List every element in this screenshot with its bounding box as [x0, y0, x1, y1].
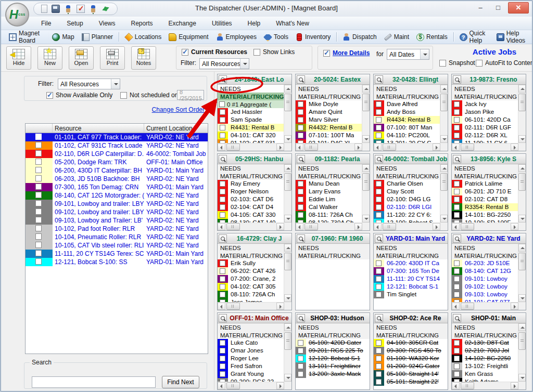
magnifier-icon[interactable] — [297, 155, 305, 163]
magnet-checkbox[interactable] — [454, 340, 460, 346]
magnet-row[interactable]: 11-111: 20 CY TS14 — [374, 275, 448, 283]
resource-checkbox[interactable] — [35, 167, 42, 173]
magnet-checkbox[interactable] — [376, 371, 382, 377]
toolbar-button-locations[interactable]: Locations — [121, 31, 165, 43]
magnet-checkbox[interactable] — [220, 133, 225, 138]
resource-checkbox[interactable] — [35, 175, 42, 181]
menu-item-setup[interactable]: Setup — [59, 18, 91, 29]
toolbar-button-dispatch[interactable]: Dispatch — [339, 31, 380, 43]
magnet-checkbox[interactable] — [298, 371, 303, 377]
magnet-checkbox[interactable] — [220, 125, 225, 130]
magnet-checkbox[interactable] — [298, 340, 303, 346]
magnet-row[interactable]: 11-120: 22 CY 6: — [374, 211, 440, 219]
magnet-checkbox[interactable] — [454, 189, 460, 194]
magnet-checkbox[interactable] — [376, 204, 382, 210]
magnet-row[interactable]: 09-102: Lowboy — [452, 283, 518, 291]
magnet-checkbox[interactable] — [298, 189, 303, 194]
resource-checkbox[interactable] — [35, 150, 42, 156]
magnifier-icon[interactable] — [453, 234, 461, 243]
magnet-checkbox[interactable] — [376, 125, 382, 130]
magnet-row[interactable]: 13-102: Freightli — [452, 362, 518, 370]
toolbar-filter-combobox[interactable]: All Resources — [199, 58, 249, 69]
magnet-row[interactable]: 05-101: Straight 22' — [374, 378, 448, 386]
magnet-row[interactable]: 08-120: 730A Ch — [296, 219, 362, 223]
resource-checkbox[interactable] — [35, 159, 42, 165]
vertical-scrollbar[interactable] — [362, 85, 370, 143]
menu-item-utilities[interactable]: Utilities — [204, 18, 240, 29]
resource-checkbox[interactable] — [35, 208, 42, 215]
resource-row[interactable]: 11-111, 20 CY TS14G Terex: SCYARD-01: Ma… — [26, 250, 208, 258]
horizontal-scrollbar[interactable] — [452, 223, 518, 230]
magnet-checkbox[interactable] — [376, 212, 382, 218]
magnet-row[interactable]: 02-101: D4C XL — [296, 139, 362, 143]
toolbar-button-map[interactable]: Map — [48, 31, 78, 43]
horizontal-scrollbar[interactable] — [374, 143, 440, 151]
vertical-scrollbar[interactable] — [440, 164, 448, 223]
magnet-row[interactable]: 05-100: Straight 14' — [374, 370, 448, 378]
magnet-row[interactable]: 10-100: SD-100F — [452, 219, 518, 223]
magnet-row[interactable]: 07-100: 80T Man — [374, 124, 440, 132]
snapshot-checkbox[interactable]: Snapshot — [439, 59, 475, 67]
magnet-checkbox[interactable] — [220, 189, 225, 194]
resource-row[interactable]: 10-104, Pneumatic Roller: RLRYARD-02: NE… — [26, 233, 208, 241]
magnet-row[interactable]: 02-102: CAT D8 — [452, 195, 518, 203]
magnet-checkbox[interactable] — [376, 260, 382, 266]
magnet-row[interactable]: Andy Boss — [374, 108, 440, 116]
magnet-row[interactable]: 04-102: CAT 305 — [218, 283, 284, 291]
magnet-checkbox[interactable] — [220, 363, 225, 369]
vertical-scrollbar[interactable] — [440, 85, 448, 143]
magnet-row[interactable]: 02-210: 700J Jol — [452, 347, 518, 355]
menu-item-help[interactable]: Help — [240, 18, 269, 29]
resource-checkbox[interactable] — [35, 225, 42, 231]
magnet-row[interactable]: 07-101: 100T Ma — [296, 132, 362, 139]
toolbar-button-tools[interactable]: Tools — [260, 31, 292, 43]
magnifier-icon[interactable] — [375, 75, 383, 84]
magnet-row[interactable]: R4431: Rental B — [218, 124, 284, 132]
magnet-checkbox[interactable] — [298, 204, 303, 210]
resource-row[interactable]: 02-110, D6R LGP Caterpillar: D.46-0002: … — [26, 150, 208, 158]
magnet-row[interactable]: R3354: Rental B — [452, 203, 518, 211]
magnet-checkbox[interactable] — [454, 299, 460, 302]
magnet-row[interactable]: Sam Spade — [218, 116, 284, 124]
magnet-row[interactable]: 02-112: D6R XL — [452, 132, 518, 139]
magnet-row[interactable]: Luke Cato — [218, 339, 284, 347]
magnet-row[interactable]: Grant Young — [218, 370, 284, 378]
magnet-row[interactable]: 01-100: WA320 Kor — [374, 355, 448, 362]
magnet-row[interactable]: Eddie Lim — [296, 195, 362, 203]
magnet-checkbox[interactable] — [298, 101, 303, 107]
magnet-row[interactable]: 04-101: CAT 320 — [218, 132, 284, 139]
magnet-row[interactable]: Patrick Lalime — [452, 180, 518, 188]
magnet-checkbox[interactable] — [220, 348, 225, 354]
magnet-checkbox[interactable] — [220, 204, 225, 210]
magnet-row[interactable]: 06-101: 420D Ca — [452, 116, 518, 124]
aggregate-need-row[interactable]: 0 #1 Aggregate ( — [218, 100, 284, 108]
not-scheduled-checkbox[interactable]: Not scheduled on — [120, 92, 178, 99]
magnet-checkbox[interactable] — [220, 356, 225, 361]
magnet-row[interactable]: 06-100: 420D Cater — [296, 339, 370, 347]
magnet-checkbox[interactable] — [454, 356, 460, 361]
magnet-row[interactable]: Jess James — [218, 298, 284, 302]
horizontal-scrollbar[interactable] — [374, 223, 440, 230]
magnet-checkbox[interactable] — [376, 140, 382, 143]
magnet-row[interactable]: 08-110: 726A Ch — [218, 291, 284, 298]
magnet-checkbox[interactable] — [376, 284, 382, 290]
magnet-checkbox[interactable] — [376, 379, 382, 385]
resource-table-header[interactable]: Resource Current Location — [26, 124, 208, 133]
magnifier-icon[interactable] — [219, 234, 227, 243]
open-button[interactable]: Open — [69, 46, 94, 70]
magnet-checkbox[interactable] — [298, 109, 303, 115]
magnet-row[interactable]: R4432: Rental B — [296, 124, 362, 132]
notes-button[interactable]: Notes — [131, 46, 156, 70]
magnet-row[interactable]: Tim Singlet — [374, 291, 448, 298]
menu-item-reports[interactable]: Reports — [123, 18, 161, 29]
dates-combobox[interactable]: All Dates — [387, 49, 429, 60]
magnet-row[interactable]: 09-200: RGS 22 — [218, 378, 284, 382]
magnet-checkbox[interactable] — [454, 260, 460, 266]
magnet-row[interactable]: Ray Emery — [218, 180, 284, 188]
magnet-checkbox[interactable] — [220, 340, 225, 346]
horizontal-scrollbar[interactable] — [296, 143, 362, 151]
magnet-row[interactable]: 01-102: CAT 931 — [218, 139, 284, 143]
magnet-checkbox[interactable] — [298, 117, 303, 123]
resource-checkbox[interactable] — [35, 200, 42, 206]
magnet-checkbox[interactable] — [219, 101, 225, 107]
